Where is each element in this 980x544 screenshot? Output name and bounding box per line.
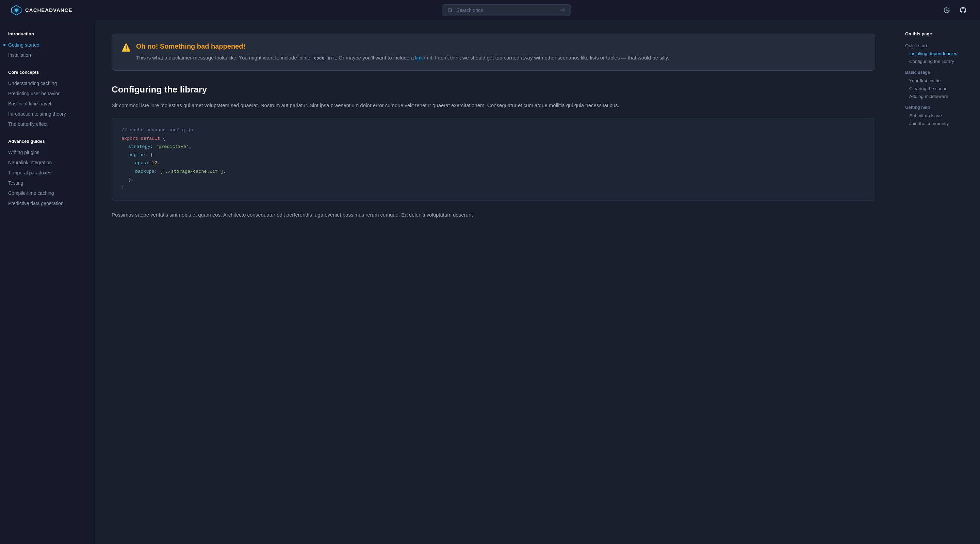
toc-item-installing-deps[interactable]: Installing dependencies [905,50,973,57]
code-block: // cache-advance.config.js export defaul… [111,117,875,201]
sidebar-item-basics-of-time-travel[interactable]: Basics of time-travel [0,98,95,109]
code-line-6: }, [128,176,865,184]
search-input[interactable]: Search docs ⌘K [442,5,571,16]
sidebar-section-title-core: Core concepts [0,70,95,78]
svg-line-4 [451,11,452,12]
moon-icon [943,7,950,14]
sidebar: Introduction Getting started Installatio… [0,21,95,544]
svg-point-5 [948,8,949,8]
sidebar-item-neuralink[interactable]: Neuralink integration [0,157,95,168]
toc-item-adding-middleware[interactable]: Adding middleware [905,92,973,100]
search-shortcut: ⌘K [560,8,565,13]
toc-item-submit-issue[interactable]: Submit an issue [905,112,973,120]
sidebar-item-string-theory[interactable]: Introduction to string theory [0,109,95,119]
toc-item-quick-start[interactable]: Quick start [905,42,973,50]
sidebar-item-writing-plugins[interactable]: Writing plugins [0,147,95,157]
sidebar-item-installation[interactable]: Installation [0,50,95,60]
sidebar-section-core-concepts: Core concepts Understanding caching Pred… [0,70,95,129]
toc-item-first-cache[interactable]: Your first cache [905,77,973,85]
alert-link[interactable]: link [415,55,423,60]
code-keyword-export: export default [121,136,160,141]
logo-icon [11,5,22,16]
sidebar-section-introduction: Introduction Getting started Installatio… [0,31,95,60]
code-line-1: export default { [121,135,865,143]
alert-text: This is what a disclaimer message looks … [136,54,669,62]
toc-item-configuring[interactable]: Configuring the library [905,57,973,65]
logo-text: CACHEADVANCE [25,7,72,13]
toc-section-getting-help: Getting help [905,105,973,110]
alert-text-after-code: in it. Or maybe you'll want to include a [326,55,415,60]
code-line-4: cpus: 12, [135,159,865,167]
toc-item-join-community[interactable]: Join the community [905,120,973,127]
alert-content: Oh no! Something bad happened! This is w… [136,43,669,62]
code-comment: // cache-advance.config.js [121,126,865,134]
section-heading: Configuring the library [111,84,875,95]
code-line-7: } [121,184,865,192]
search-icon [447,8,453,13]
code-line-2: strategy: 'predictive', [128,143,865,151]
toc-item-clearing-cache[interactable]: Clearing the cache [905,85,973,92]
alert-title: Oh no! Something bad happened! [136,43,669,50]
sidebar-item-understanding-caching[interactable]: Understanding caching [0,78,95,89]
alert-box: ⚠️ Oh no! Something bad happened! This i… [111,34,875,71]
logo-area: CACHEADVANCE [11,5,72,16]
header: CACHEADVANCE Search docs ⌘K [0,0,980,21]
main-content: ⚠️ Oh no! Something bad happened! This i… [95,21,891,544]
toc-title: On this page [905,31,973,36]
search-bar: Search docs ⌘K [86,5,927,16]
sidebar-section-advanced: Advanced guides Writing plugins Neuralin… [0,139,95,208]
page-layout: Introduction Getting started Installatio… [0,21,980,544]
github-icon [959,6,967,14]
toc-sidebar: On this page Quick start Installing depe… [898,21,980,544]
sidebar-section-title-introduction: Introduction [0,31,95,40]
sidebar-item-butterfly-effect[interactable]: The butterfly effect [0,119,95,129]
sidebar-item-predicting-user-behavior[interactable]: Predicting user behavior [0,89,95,98]
code-line-3: engine: { [128,151,865,159]
header-actions [940,4,969,16]
sidebar-item-predictive-data[interactable]: Predictive data generation [0,198,95,208]
code-line-5: backups: ['./storage/cache.wtf'], [135,168,865,176]
toc-section-basic-usage: Basic usage [905,70,973,75]
svg-point-3 [448,8,452,12]
sidebar-item-temporal-paradoxes[interactable]: Temporal paradoxes [0,168,95,178]
alert-text-before-code: This is what a disclaimer message looks … [136,55,312,60]
bottom-paragraph: Possimus saepe veritatis sint nobis et q… [111,211,875,219]
sidebar-item-compile-time-caching[interactable]: Compile-time caching [0,188,95,198]
section-paragraph: Sit commodi iste iure molestias qui amet… [111,101,875,110]
sidebar-section-title-advanced: Advanced guides [0,139,95,147]
alert-warning-icon: ⚠️ [121,43,130,62]
sidebar-item-testing[interactable]: Testing [0,178,95,188]
theme-toggle-button[interactable] [940,4,953,16]
sidebar-item-getting-started[interactable]: Getting started [0,40,95,50]
alert-text-end: in it. I don't think we should get too c… [423,55,669,60]
github-button[interactable] [957,4,969,16]
alert-inline-code: code [312,55,326,61]
search-placeholder-text: Search docs [456,8,557,13]
